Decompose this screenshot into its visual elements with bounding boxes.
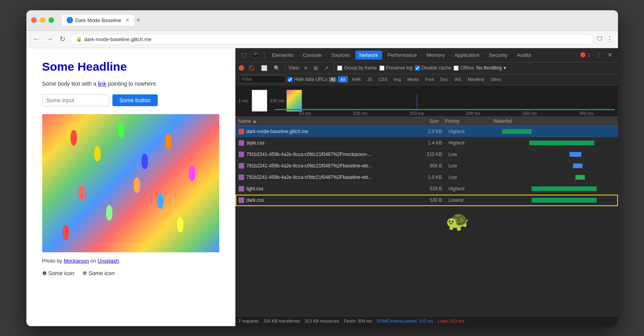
devtools-device-icon[interactable]: 📱 (250, 51, 261, 59)
row-waterfall (496, 150, 615, 158)
filter-js[interactable]: JS (365, 76, 375, 83)
address-input[interactable]: 🔒 dark-mode-baseline.glitch.me (70, 34, 594, 45)
page-headline: Some Headline (42, 60, 219, 73)
tab-application[interactable]: Application (450, 51, 483, 60)
minimize-button[interactable] (40, 17, 45, 23)
table-row[interactable]: dark-mode-baseline.glitch.me 2.0 KB High… (235, 126, 618, 137)
hide-data-urls-label[interactable]: Hide data URLs (287, 77, 328, 82)
mockaroon-link[interactable]: Mockaroon (63, 258, 89, 264)
devtools-more-icon[interactable]: ⋮ (594, 51, 604, 59)
waterfall-bar (532, 186, 597, 191)
devtools-status-bar: 7 requests 316 KB transferred 313 KB res… (235, 316, 618, 326)
row-waterfall (496, 128, 615, 135)
view-grid-btn[interactable]: ⊞ (312, 64, 320, 72)
unsplash-link[interactable]: Unsplash (97, 258, 119, 264)
waterfall-bar (532, 198, 597, 203)
webpage-preview: Some Headline Some body text with a link… (26, 48, 235, 326)
record-button[interactable] (239, 65, 244, 71)
tab-sources[interactable]: Sources (327, 51, 354, 60)
tab-security[interactable]: Security (485, 51, 511, 60)
hide-data-urls-checkbox[interactable] (287, 77, 293, 82)
traffic-lights (31, 17, 54, 23)
row-size: 530 B (395, 197, 448, 203)
page-input[interactable] (42, 94, 109, 106)
filter-xhr[interactable]: XHR (349, 76, 363, 83)
extension-icon[interactable]: 🛡 (597, 36, 603, 43)
group-by-frame-label[interactable]: Group by frame (337, 65, 377, 71)
tab-audits[interactable]: Audits (513, 51, 535, 60)
row-waterfall (496, 173, 615, 181)
back-button[interactable]: ← (31, 34, 41, 45)
throttling-select[interactable]: No throttling ▾ (476, 65, 506, 71)
disable-cache-checkbox[interactable] (415, 66, 420, 71)
clear-button[interactable]: 🚫 (246, 64, 257, 72)
requests-count: 7 requests (239, 319, 259, 323)
reload-button[interactable]: ↻ (58, 33, 67, 45)
filter-img[interactable]: Img (391, 76, 403, 83)
page-button[interactable]: Some button (112, 94, 158, 106)
row-priority: Highest (448, 186, 496, 191)
table-row[interactable]: style.css 1.4 KB Highest (235, 137, 618, 149)
filter-doc[interactable]: Doc (438, 76, 451, 83)
table-row[interactable]: 791b2241-459b-4a2e-8cca-c0fdc21f0487%2Fb… (235, 172, 618, 183)
tab-memory[interactable]: Memory (422, 51, 449, 60)
tab-network[interactable]: Network (355, 51, 382, 60)
filter-media[interactable]: Media (405, 76, 422, 83)
row-priority: Low (448, 152, 496, 157)
filter-css[interactable]: CSS (376, 76, 390, 83)
disable-cache-label[interactable]: Disable cache (415, 65, 451, 71)
view-cursor-btn[interactable]: ↗ (322, 64, 330, 72)
col-header-priority[interactable]: Priority (445, 118, 493, 124)
filter-input[interactable] (239, 75, 286, 83)
devtools-panel: ⬚ 📱 Elements Console Sources Network Per… (235, 48, 618, 326)
offline-checkbox[interactable] (454, 66, 459, 71)
group-by-frame-checkbox[interactable] (337, 66, 342, 71)
row-name: 791b2241-459b-4a2e-8cca-c0fdc21f0487%2Fb… (246, 163, 395, 169)
forward-button[interactable]: → (45, 34, 55, 45)
filter-font[interactable]: Font (423, 76, 437, 83)
resources-size: 313 KB resources (304, 319, 339, 323)
body-link[interactable]: link (98, 81, 106, 87)
preserve-log-checkbox[interactable] (379, 66, 385, 71)
close-button[interactable] (31, 17, 37, 23)
col-header-waterfall[interactable]: Waterfall (493, 118, 615, 124)
tab-console[interactable]: Console (299, 51, 326, 60)
table-row-dark-css[interactable]: dark.css 530 B Lowest (235, 195, 618, 206)
icon2: ✼ Some icon (82, 270, 115, 276)
filter-all[interactable]: All (338, 76, 347, 83)
preserve-log-label[interactable]: Preserve log (379, 65, 413, 71)
browser-tab[interactable]: 🌐 Dark Mode Baseline ✕ (62, 15, 134, 26)
row-name: dark.css (246, 197, 395, 203)
timeline-area: 1 ms 338 ms 50 ms 100 ms 150 ms 200 ms 2… (235, 85, 618, 117)
new-tab-button[interactable]: + (136, 16, 141, 24)
tab-close-icon[interactable]: ✕ (125, 17, 129, 23)
view-list-btn[interactable]: ≡ (302, 64, 310, 72)
table-row[interactable]: 791b2241-459b-4a2e-8cca-c0fdc21f0487%2Fb… (235, 160, 618, 172)
row-priority: Low (448, 163, 496, 169)
tab-performance[interactable]: Performance (384, 51, 421, 60)
filter-manifest[interactable]: Manifest (465, 76, 487, 83)
network-table: Name ▲ Size Priority Waterfall dark-mode… (235, 117, 618, 316)
maximize-button[interactable] (49, 17, 54, 23)
row-name: style.css (246, 140, 395, 146)
filter-icon[interactable]: ⬜ (259, 64, 269, 72)
table-row[interactable]: light.css 529 B Highest (235, 183, 618, 195)
row-name: 791b2241-459b-4a2e-8cca-c0fdc21f0487%2Fb… (246, 175, 395, 180)
page-image (42, 114, 219, 252)
col-header-name[interactable]: Name ▲ (239, 118, 390, 124)
devtools-close-icon[interactable]: ✕ (605, 51, 615, 59)
toolbar-separator (265, 51, 265, 58)
address-bar: ← → ↻ 🔒 dark-mode-baseline.glitch.me 🛡 ⋮ (26, 31, 618, 48)
filter-ws[interactable]: WS (452, 76, 464, 83)
offline-label[interactable]: Offline (454, 65, 474, 71)
filter-other[interactable]: Other (488, 76, 504, 83)
view-label: View: (289, 65, 300, 71)
more-options-icon[interactable]: ⋮ (606, 35, 613, 43)
table-row[interactable]: 791b2241-459b-4a2e-8cca-c0fdc21f0487%2Fm… (235, 149, 618, 160)
col-header-size[interactable]: Size (390, 118, 445, 124)
devtools-inspect-icon[interactable]: ⬚ (239, 51, 248, 59)
tab-elements[interactable]: Elements (268, 51, 297, 60)
search-icon[interactable]: 🔍 (272, 64, 282, 72)
tab-title: Dark Mode Baseline (75, 17, 121, 23)
tab-favicon: 🌐 (67, 17, 73, 23)
